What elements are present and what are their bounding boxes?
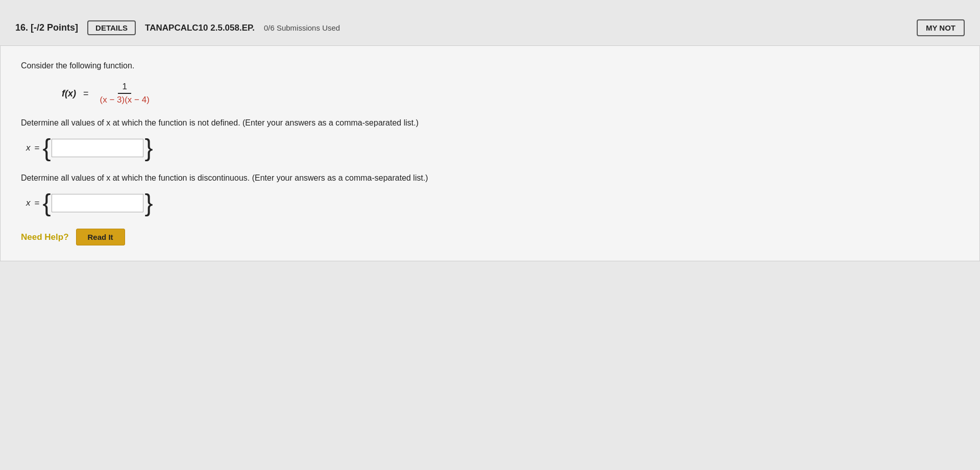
question-body: Consider the following function. f(x) = … (0, 45, 980, 261)
question-code: TANAPCALC10 2.5.058.EP. (145, 23, 255, 33)
determine-discontinuous-text: Determine all values of x at which the f… (21, 174, 959, 183)
my-notes-button[interactable]: MY NOT (917, 19, 965, 36)
answer-row-1: x = { } (26, 136, 959, 160)
need-help-section: Need Help? Read It (21, 229, 959, 245)
read-it-button[interactable]: Read It (76, 229, 125, 245)
details-button[interactable]: DETAILS (87, 20, 136, 35)
answer-input-1[interactable] (52, 139, 143, 157)
question-number-text: 16. (15, 22, 28, 33)
fraction: 1 (x − 3)(x − 4) (96, 82, 154, 105)
answer-input-2[interactable] (52, 194, 143, 212)
eq-sign-1: = (35, 143, 40, 153)
answer-row-2: x = { } (26, 191, 959, 215)
x-label-1: x (26, 143, 31, 153)
brace-right-2: } (144, 191, 153, 215)
eq-sign-2: = (35, 198, 40, 208)
brace-right-1: } (144, 136, 153, 160)
brace-left-1: { (42, 136, 51, 160)
x-label-2: x (26, 198, 31, 208)
brace-left-2: { (42, 191, 51, 215)
question-number: 16. [-/2 Points] (15, 22, 78, 33)
need-help-text: Need Help? (21, 232, 69, 242)
fraction-numerator: 1 (118, 82, 131, 94)
equals-sign: = (83, 88, 89, 99)
points-label: [-/2 Points] (31, 22, 78, 33)
question-header: 16. [-/2 Points] DETAILS TANAPCALC10 2.5… (0, 10, 980, 45)
fraction-denominator: (x − 3)(x − 4) (96, 94, 154, 105)
consider-text: Consider the following function. (21, 61, 959, 70)
submissions-text: 0/6 Submissions Used (264, 23, 340, 32)
determine-undefined-text: Determine all values of x at which the f… (21, 118, 959, 128)
function-name: f(x) (62, 88, 76, 99)
page-wrapper: 16. [-/2 Points] DETAILS TANAPCALC10 2.5… (0, 0, 980, 261)
function-display: f(x) = 1 (x − 3)(x − 4) (62, 82, 959, 105)
